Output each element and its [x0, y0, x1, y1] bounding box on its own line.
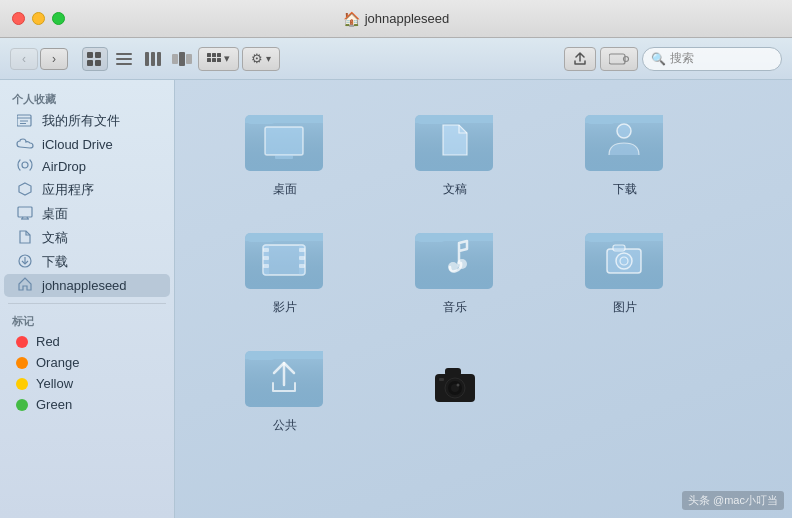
documents-icon: [16, 230, 34, 247]
sidebar-tag-yellow-label: Yellow: [36, 376, 73, 391]
svg-rect-12: [186, 54, 192, 64]
folder-documents-label: 文稿: [443, 181, 467, 198]
tag-button[interactable]: [600, 47, 638, 71]
folder-desktop[interactable]: 桌面: [205, 100, 365, 198]
nav-buttons: ‹ ›: [10, 48, 68, 70]
svg-point-43: [617, 124, 631, 138]
yellow-tag-dot: [16, 378, 28, 390]
svg-rect-11: [179, 52, 185, 66]
svg-rect-13: [207, 53, 211, 57]
sidebar-tag-green[interactable]: Green: [4, 394, 170, 415]
sidebar-item-all-files[interactable]: 我的所有文件: [4, 109, 170, 133]
camera-standalone[interactable]: [375, 336, 535, 434]
action-button[interactable]: ⚙ ▾: [242, 47, 280, 71]
minimize-button[interactable]: [32, 12, 45, 25]
svg-rect-8: [151, 52, 155, 66]
folder-music-label: 音乐: [443, 299, 467, 316]
watermark: 头条 @mac小叮当: [682, 491, 784, 510]
folder-grid: 桌面 文稿: [205, 100, 705, 434]
svg-rect-72: [445, 368, 461, 376]
toolbar: ‹ › ▾ ⚙ ▾ 🔍 搜索: [0, 38, 792, 80]
folder-downloads-icon: [580, 100, 670, 175]
search-box[interactable]: 🔍 搜索: [642, 47, 782, 71]
apps-icon: [16, 182, 34, 199]
arrange-button[interactable]: ▾: [198, 47, 239, 71]
orange-tag-dot: [16, 357, 28, 369]
svg-rect-4: [116, 53, 132, 55]
airdrop-icon: [16, 158, 34, 175]
sidebar-item-icloud[interactable]: iCloud Drive: [4, 133, 170, 155]
forward-button[interactable]: ›: [40, 48, 68, 70]
svg-rect-58: [417, 233, 445, 242]
folder-public[interactable]: 公共: [205, 336, 365, 434]
folder-public-icon: [240, 336, 330, 411]
window-title-text: johnappleseed: [365, 11, 450, 26]
svg-rect-46: [247, 233, 275, 242]
folder-downloads[interactable]: 下载: [545, 100, 705, 198]
sidebar-item-documents-label: 文稿: [42, 229, 68, 247]
folder-desktop-label: 桌面: [273, 181, 297, 198]
sidebar-item-documents[interactable]: 文稿: [4, 226, 170, 250]
view-icon-button[interactable]: [82, 47, 108, 71]
downloads-icon: [16, 254, 34, 271]
sidebar-item-downloads[interactable]: 下载: [4, 250, 170, 274]
search-icon: 🔍: [651, 52, 666, 66]
maximize-button[interactable]: [52, 12, 65, 25]
window-title: 🏠 johnappleseed: [343, 11, 450, 27]
sidebar-item-airdrop[interactable]: AirDrop: [4, 155, 170, 178]
svg-rect-35: [265, 127, 303, 155]
sidebar-tag-orange-label: Orange: [36, 355, 79, 370]
folder-documents[interactable]: 文稿: [375, 100, 535, 198]
svg-rect-3: [95, 60, 101, 66]
search-placeholder: 搜索: [670, 50, 694, 67]
svg-rect-7: [145, 52, 149, 66]
red-tag-dot: [16, 336, 28, 348]
sidebar-tag-red[interactable]: Red: [4, 331, 170, 352]
sidebar-tag-orange[interactable]: Orange: [4, 352, 170, 373]
action-arrow: ▾: [266, 53, 271, 64]
icloud-icon: [16, 136, 34, 152]
sidebar-item-icloud-label: iCloud Drive: [42, 137, 113, 152]
folder-music[interactable]: 音乐: [375, 218, 535, 316]
folder-movies[interactable]: 影片: [205, 218, 365, 316]
sidebar-item-airdrop-label: AirDrop: [42, 159, 86, 174]
svg-rect-10: [172, 54, 178, 64]
svg-rect-2: [87, 60, 93, 66]
sidebar-divider: [8, 303, 166, 304]
sidebar-item-apps[interactable]: 应用程序: [4, 178, 170, 202]
svg-point-60: [457, 259, 467, 269]
svg-rect-65: [613, 245, 625, 251]
close-button[interactable]: [12, 12, 25, 25]
sidebar: 个人收藏 我的所有文件 iCloud Drive AirDrop 应用程序: [0, 80, 175, 518]
svg-rect-0: [87, 52, 93, 58]
sidebar-item-apps-label: 应用程序: [42, 181, 94, 199]
svg-rect-14: [212, 53, 216, 57]
view-list-button[interactable]: [111, 47, 137, 71]
svg-point-25: [22, 162, 28, 168]
home-sidebar-icon: [16, 277, 34, 294]
share-button[interactable]: [564, 47, 596, 71]
svg-rect-42: [587, 115, 615, 124]
folder-pictures[interactable]: 图片: [545, 218, 705, 316]
all-files-icon: [16, 113, 34, 130]
folder-movies-icon: [240, 218, 330, 293]
home-icon: 🏠: [343, 11, 360, 27]
sidebar-item-home[interactable]: johnappleseed: [4, 274, 170, 297]
camera-icon-wrap: [410, 348, 500, 423]
view-column-button[interactable]: [140, 47, 166, 71]
window-controls: [12, 12, 65, 25]
sidebar-section-tags: 标记: [0, 310, 174, 331]
back-button[interactable]: ‹: [10, 48, 38, 70]
svg-rect-19: [609, 54, 625, 64]
sidebar-tag-red-label: Red: [36, 334, 60, 349]
sidebar-item-home-label: johnappleseed: [42, 278, 127, 293]
green-tag-dot: [16, 399, 28, 411]
svg-rect-26: [18, 207, 32, 217]
sidebar-item-desktop-label: 桌面: [42, 205, 68, 223]
sidebar-item-desktop[interactable]: 桌面: [4, 202, 170, 226]
svg-rect-6: [116, 63, 132, 65]
svg-rect-34: [247, 115, 275, 124]
view-coverflow-button[interactable]: [169, 47, 195, 71]
svg-point-59: [448, 262, 458, 272]
sidebar-tag-yellow[interactable]: Yellow: [4, 373, 170, 394]
